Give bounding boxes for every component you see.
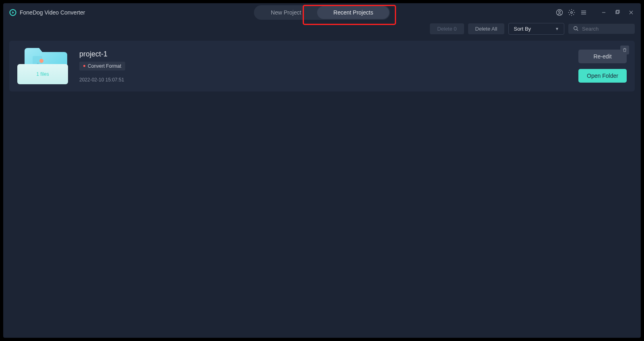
search-icon bbox=[573, 26, 579, 31]
app-window: FoneDog Video Converter New Project Rece… bbox=[3, 3, 641, 338]
project-tag: Convert Format bbox=[79, 62, 125, 71]
delete-selected-button[interactable]: Delete 0 bbox=[430, 23, 464, 34]
project-card: 1 files project-1 Convert Format 2022-02… bbox=[9, 41, 635, 91]
header-right bbox=[556, 9, 635, 16]
project-date: 2022-02-10 15:07:51 bbox=[79, 77, 125, 83]
settings-icon[interactable] bbox=[568, 9, 575, 16]
svg-point-12 bbox=[574, 27, 577, 30]
svg-point-3 bbox=[571, 11, 573, 13]
menu-icon[interactable] bbox=[580, 9, 587, 16]
close-icon[interactable] bbox=[627, 9, 635, 16]
svg-rect-8 bbox=[616, 10, 619, 13]
app-logo-icon bbox=[9, 9, 17, 16]
header: FoneDog Video Converter New Project Rece… bbox=[3, 3, 641, 21]
svg-point-15 bbox=[39, 59, 43, 63]
tag-text: Convert Format bbox=[88, 63, 121, 69]
tab-recent-projects[interactable]: Recent Projects bbox=[317, 6, 389, 19]
folder-front: 1 files bbox=[17, 64, 68, 84]
files-count: 1 files bbox=[36, 71, 49, 77]
tag-dot-icon bbox=[83, 65, 85, 67]
chevron-down-icon: ▼ bbox=[555, 27, 559, 31]
project-folder-icon: 1 files bbox=[17, 48, 70, 84]
sort-label: Sort By bbox=[514, 26, 531, 32]
project-name: project-1 bbox=[79, 50, 125, 58]
tabs: New Project Recent Projects bbox=[254, 5, 390, 20]
svg-rect-9 bbox=[617, 10, 619, 13]
logo-section: FoneDog Video Converter bbox=[9, 9, 85, 16]
reedit-button[interactable]: Re-edit bbox=[578, 50, 627, 63]
delete-all-button[interactable]: Delete All bbox=[468, 23, 505, 34]
account-icon[interactable] bbox=[556, 9, 563, 16]
open-folder-button[interactable]: Open Folder bbox=[578, 69, 627, 83]
project-actions: Re-edit Open Folder bbox=[578, 50, 627, 83]
app-title: FoneDog Video Converter bbox=[20, 9, 85, 16]
window-controls bbox=[600, 9, 635, 16]
toolbar: Delete 0 Delete All Sort By ▼ bbox=[3, 21, 641, 36]
maximize-icon[interactable] bbox=[614, 9, 621, 16]
search-input[interactable] bbox=[582, 26, 630, 32]
project-info: project-1 Convert Format 2022-02-10 15:0… bbox=[79, 50, 125, 83]
search-box[interactable] bbox=[568, 24, 635, 34]
content: 1 files project-1 Convert Format 2022-02… bbox=[3, 36, 641, 338]
minimize-icon[interactable] bbox=[600, 9, 607, 16]
tab-new-project[interactable]: New Project bbox=[255, 6, 317, 19]
sort-by-dropdown[interactable]: Sort By ▼ bbox=[508, 23, 564, 35]
trash-icon[interactable] bbox=[620, 46, 629, 54]
svg-line-13 bbox=[577, 29, 578, 31]
svg-point-2 bbox=[559, 10, 561, 12]
